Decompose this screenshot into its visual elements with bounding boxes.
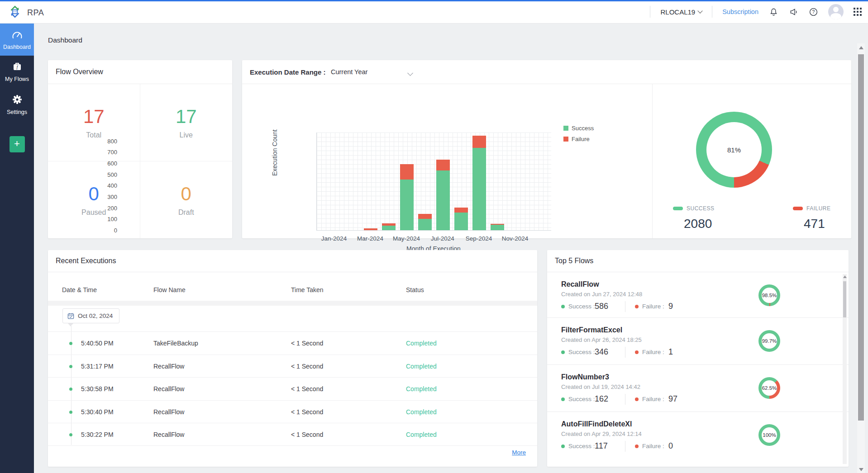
- table-row[interactable]: 5:30:58 PM RecallFlow < 1 Second Complet…: [48, 377, 537, 400]
- gauge-icon: [11, 33, 23, 41]
- recent-executions-title: Recent Executions: [48, 250, 537, 272]
- success-count: 586: [595, 302, 608, 311]
- bar-segment: [491, 225, 504, 230]
- more-link[interactable]: More: [512, 449, 526, 456]
- page-scrollbar[interactable]: [857, 43, 865, 473]
- top-flows-title: Top 5 Flows: [547, 250, 849, 272]
- success-rate-ring: 62.5%: [758, 377, 780, 399]
- svg-text:?: ?: [812, 9, 815, 14]
- rpa-logo-icon: [7, 4, 23, 21]
- stat-live-label: Live: [180, 131, 193, 139]
- stat-total: 17 Total: [48, 84, 140, 161]
- org-selector[interactable]: RLOCAL19: [660, 8, 702, 16]
- legend-success-label: Success: [572, 125, 594, 132]
- chevron-down-icon[interactable]: [407, 70, 413, 76]
- stat-paused: 0 Paused: [48, 161, 140, 239]
- apps-grid-icon[interactable]: [854, 8, 862, 16]
- success-count: 346: [595, 347, 608, 357]
- status-dot: [69, 342, 72, 345]
- sidebar-item-dashboard[interactable]: Dashboard: [0, 24, 34, 56]
- row-status: Completed: [406, 340, 437, 347]
- divider: [625, 394, 625, 405]
- col-date-time: Date & Time: [62, 286, 97, 293]
- execution-panel-card: Execution Date Range : Current Year Exec…: [242, 60, 851, 238]
- sidebar-item-my-flows[interactable]: f My Flows: [0, 56, 34, 88]
- row-time-taken: < 1 Second: [291, 385, 323, 393]
- user-avatar[interactable]: [828, 4, 844, 19]
- row-time: 5:40:50 PM: [81, 340, 114, 347]
- bar-segment: [400, 180, 414, 230]
- stat-draft: 0 Draft: [140, 161, 233, 239]
- flow-created: Created on Apr 29, 2024 12:14: [561, 430, 642, 437]
- table-row[interactable]: 5:30:22 PM RecallFlow < 1 Second Complet…: [48, 423, 537, 446]
- help-icon[interactable]: ?: [808, 7, 818, 17]
- bar-segment: [436, 170, 450, 230]
- table-row[interactable]: 5:31:17 PM RecallFlow < 1 Second Complet…: [48, 355, 537, 378]
- row-flow-name: RecallFlow: [153, 408, 184, 416]
- flow-overview-card: Flow Overview 17 Total 17 Live 0 Paused …: [48, 60, 232, 238]
- divider: [625, 301, 625, 312]
- stat-live-value: 17: [176, 106, 197, 128]
- execution-range-value[interactable]: Current Year: [331, 68, 367, 76]
- list-item[interactable]: FilterFormatExcel Created on Apr 26, 202…: [547, 318, 849, 365]
- list-item[interactable]: RecallFlow Created on Jun 27, 2024 12:48…: [547, 272, 849, 318]
- panel-scrollbar[interactable]: [843, 274, 847, 464]
- ring-percent: 62.5%: [762, 380, 777, 396]
- calendar-icon: [67, 312, 74, 319]
- status-dot: [69, 388, 72, 391]
- notifications-bell-icon[interactable]: [768, 7, 778, 17]
- main-content: Dashboard Flow Overview 17 Total 17 Live…: [34, 24, 868, 473]
- bar-segment: [382, 223, 396, 226]
- list-item[interactable]: AutoFillFindDeleteXl Created on Apr 29, …: [547, 412, 849, 459]
- success-rate-donut-section: 81% SUCCESS 2080 FAILURE 471: [652, 84, 851, 238]
- flow-name: RecallFlow: [561, 280, 599, 289]
- flow-created: Created on Jul 19, 2024 14:42: [561, 383, 640, 390]
- donut-legend-failure: FAILURE 471: [793, 204, 831, 231]
- success-dot: [561, 350, 565, 354]
- add-flow-button[interactable]: +: [10, 136, 25, 152]
- bar-segment: [418, 219, 432, 230]
- success-label: Success :: [568, 443, 595, 449]
- divider: [625, 347, 625, 358]
- sidebar-item-label: Dashboard: [0, 44, 34, 50]
- ring-percent: 98.5%: [762, 288, 777, 303]
- row-flow-name: RecallFlow: [153, 363, 184, 370]
- org-name: RLOCAL19: [660, 8, 695, 16]
- scroll-down-arrow[interactable]: [859, 468, 863, 471]
- flow-name: AutoFillFindDeleteXl: [561, 420, 632, 428]
- date-group-label: Oct 02, 2024: [78, 312, 113, 319]
- row-status: Completed: [406, 385, 437, 393]
- ring-percent: 99.7%: [762, 333, 777, 349]
- stat-live: 17 Live: [140, 84, 233, 161]
- announcements-megaphone-icon[interactable]: [788, 7, 798, 17]
- avatar-head: [833, 7, 839, 12]
- failure-dot: [635, 445, 639, 448]
- row-time: 5:30:40 PM: [81, 408, 114, 416]
- subscription-link[interactable]: Subscription: [722, 8, 758, 15]
- brand[interactable]: RPA: [7, 4, 44, 21]
- success-rate-ring: 98.5%: [758, 284, 780, 306]
- table-row[interactable]: 5:30:40 PM RecallFlow < 1 Second Complet…: [48, 400, 537, 423]
- date-group-chip[interactable]: Oct 02, 2024: [62, 308, 119, 323]
- scrollbar-thumb[interactable]: [858, 54, 864, 421]
- failure-label: Failure :: [642, 303, 664, 310]
- status-dot: [69, 411, 72, 414]
- y-axis-label: Execution Count: [271, 129, 278, 176]
- failure-total: 471: [804, 217, 831, 231]
- divider: [712, 6, 712, 18]
- row-status: Completed: [406, 431, 437, 438]
- execution-range-label: Execution Date Range :: [250, 68, 326, 76]
- list-item[interactable]: FlowNumber3 Created on Jul 19, 2024 14:4…: [547, 365, 849, 412]
- scroll-up-arrow[interactable]: [859, 46, 863, 49]
- failure-legend-label: FAILURE: [806, 205, 831, 212]
- divider: [48, 445, 537, 446]
- legend-failure-swatch: [563, 137, 568, 142]
- scrollbar-thumb[interactable]: [843, 281, 846, 317]
- failure-dot: [635, 350, 639, 354]
- scroll-up-arrow[interactable]: [843, 275, 847, 278]
- brand-name: RPA: [27, 8, 44, 18]
- sidebar-item-settings[interactable]: Settings: [0, 88, 34, 121]
- success-rate-ring: 99.7%: [758, 330, 780, 352]
- table-row[interactable]: 5:40:50 PM TakeFileBackup < 1 Second Com…: [48, 331, 537, 355]
- recent-executions-card: Recent Executions Date & Time Flow Name …: [48, 250, 537, 467]
